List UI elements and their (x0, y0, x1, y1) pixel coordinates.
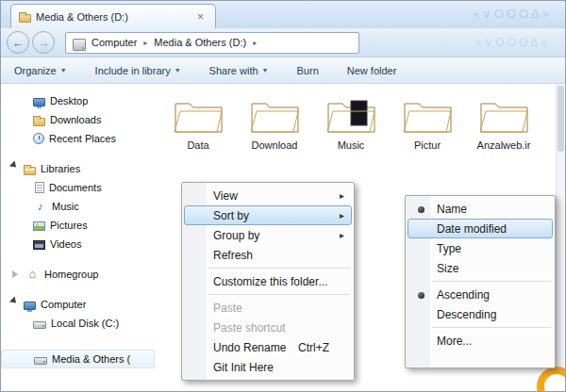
menu-item-group-by[interactable]: Group by ▸ (184, 225, 352, 245)
documents-icon (35, 182, 44, 193)
menu-item-sort-by[interactable]: Sort by ▸ (184, 205, 352, 225)
submenu-item-descending[interactable]: Descending (408, 304, 553, 324)
watermark-logo (537, 367, 566, 392)
chevron-right-icon: ▸ (253, 39, 257, 47)
radio-bullet-icon (418, 292, 424, 299)
folder-with-album-art-icon (325, 97, 376, 137)
collapse-arrow-icon[interactable] (12, 270, 22, 278)
folder-icon (173, 97, 224, 137)
back-button[interactable]: ← (7, 31, 29, 54)
desktop-icon (33, 98, 45, 106)
sidebar-item-recent-places[interactable]: Recent Places (1, 129, 155, 148)
menu-item-customize-folder[interactable]: Customize this folder... (184, 271, 352, 291)
homegroup-icon: ⌂ (25, 269, 40, 281)
submenu-item-ascending[interactable]: Ascending (408, 285, 553, 304)
recent-places-icon (33, 133, 44, 144)
menu-separator (208, 294, 350, 295)
breadcrumb-item-drive[interactable]: Media & Others (D:) (154, 37, 246, 48)
sidebar-item-videos[interactable]: Videos (1, 235, 155, 253)
breadcrumb-item-computer[interactable]: Computer (92, 37, 137, 48)
burn-button[interactable]: Burn (297, 65, 319, 76)
submenu-arrow-icon: ▸ (340, 230, 344, 240)
drive-icon (73, 39, 86, 51)
context-menu: View ▸ Sort by ▸ Group by ▸ Refresh Cust… (181, 182, 355, 381)
pictures-icon (33, 221, 45, 231)
submenu-arrow-icon: ▸ (340, 210, 344, 220)
menu-item-paste: Paste (184, 298, 352, 318)
navigation-bar: ← → Computer ▸ Media & Others (D:) ▸ «∨O… (1, 28, 565, 57)
dropdown-arrow-icon: ▼ (60, 67, 67, 74)
file-item-anzalweb[interactable]: Anzalweb.ir (474, 97, 534, 151)
sidebar-item-documents[interactable]: Documents (1, 178, 155, 197)
menu-separator (432, 281, 551, 282)
dropdown-arrow-icon: ▼ (262, 67, 269, 74)
tab-bar: Media & Others (D:) × «∨OOOΔ» (1, 1, 565, 28)
sidebar-item-local-disk-c[interactable]: Local Disk (C:) (1, 314, 155, 333)
computer-icon (24, 302, 36, 310)
breadcrumb: Computer ▸ Media & Others (D:) ▸ (65, 32, 359, 54)
file-item-pictur[interactable]: Pictur (397, 97, 458, 151)
menu-item-undo-rename[interactable]: Undo Rename Ctrl+Z (184, 337, 352, 357)
sidebar-item-music[interactable]: ♪ Music (1, 197, 155, 216)
folder-icon (402, 97, 453, 137)
folder-icon (478, 97, 529, 137)
scrollbar-thumb[interactable] (558, 86, 564, 152)
file-item-download[interactable]: Download (244, 97, 305, 151)
libraries-icon (24, 167, 36, 175)
shortcut-label: Ctrl+Z (298, 341, 344, 354)
menu-item-git-init-here[interactable]: Git Init Here (184, 357, 352, 377)
sidebar-item-computer[interactable]: Computer (1, 295, 155, 314)
watermark-text: «∨OOOΔ» (473, 7, 552, 21)
vertical-scrollbar[interactable] (556, 84, 565, 392)
include-in-library-button[interactable]: Include in library ▼ (95, 65, 181, 76)
chevron-right-icon: ▸ (143, 39, 147, 47)
radio-bullet-icon (418, 206, 424, 213)
submenu-item-more[interactable]: More... (408, 331, 553, 351)
submenu-item-date-modified[interactable]: Date modified (408, 219, 553, 238)
organize-button[interactable]: Organize ▼ (14, 65, 67, 76)
menu-item-view[interactable]: View ▸ (184, 186, 352, 205)
menu-separator (432, 327, 551, 328)
file-item-music[interactable]: Music (321, 97, 381, 151)
new-folder-button[interactable]: New folder (347, 65, 397, 76)
downloads-folder-icon (33, 118, 45, 126)
watermark-text-2: «∨OOOΔ» (475, 36, 550, 49)
forward-button[interactable]: → (32, 31, 55, 54)
command-toolbar: Organize ▼ Include in library ▼ Share wi… (1, 57, 565, 84)
submenu-item-name[interactable]: Name (408, 199, 553, 219)
submenu-item-type[interactable]: Type (408, 238, 553, 258)
sidebar-item-media-others[interactable]: Media & Others ( (1, 350, 155, 368)
dropdown-arrow-icon: ▼ (175, 67, 181, 74)
menu-separator (208, 268, 350, 269)
music-icon: ♪ (33, 201, 47, 213)
navigation-pane: Desktop Downloads Recent Places Librarie… (1, 84, 155, 392)
sidebar-item-homegroup[interactable]: ⌂ Homegroup (1, 265, 155, 284)
file-item-data[interactable]: Data (168, 97, 228, 151)
tab-close-icon[interactable]: × (193, 10, 208, 24)
tab-title: Media & Others (D:) (36, 11, 128, 23)
sidebar-item-desktop[interactable]: Desktop (1, 91, 155, 110)
submenu-arrow-icon: ▸ (340, 190, 344, 201)
sidebar-item-downloads[interactable]: Downloads (1, 110, 155, 129)
menu-item-refresh[interactable]: Refresh (184, 245, 352, 265)
videos-icon (33, 240, 45, 250)
share-with-button[interactable]: Share with ▼ (209, 65, 269, 76)
submenu-item-size[interactable]: Size (408, 258, 553, 278)
expand-arrow-icon[interactable] (9, 161, 22, 173)
explorer-window: Media & Others (D:) × «∨OOOΔ» ← → Comput… (0, 0, 566, 392)
folder-icon (249, 97, 300, 137)
sidebar-item-pictures[interactable]: Pictures (1, 216, 155, 235)
media-drive-icon (34, 357, 47, 365)
local-disk-icon (33, 321, 46, 329)
sidebar-item-libraries[interactable]: Libraries (1, 159, 155, 178)
sort-by-submenu: Name Date modified Type Size Ascending D… (405, 195, 556, 368)
expand-arrow-icon[interactable] (9, 297, 22, 309)
menu-item-paste-shortcut: Paste shortcut (184, 318, 352, 337)
tab-media-others[interactable]: Media & Others (D:) × (10, 4, 216, 28)
folder-icon (19, 14, 31, 23)
